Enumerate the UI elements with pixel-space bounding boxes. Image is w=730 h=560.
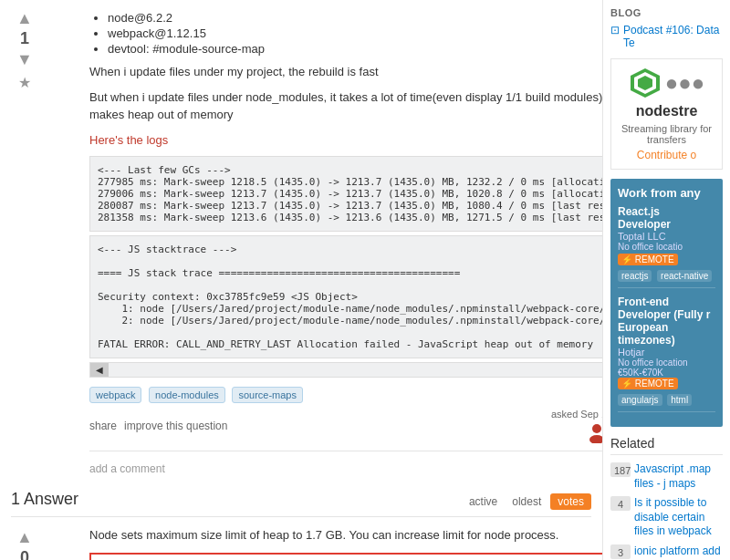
- job-remote-2: ⚡ REMOTE: [618, 378, 678, 389]
- scroll-left-btn[interactable]: ◀: [90, 363, 109, 377]
- divider: [89, 451, 602, 451]
- add-comment-button[interactable]: add a comment: [89, 459, 165, 479]
- related-item-1: 187 Javascript .map files - j maps: [610, 462, 723, 491]
- answer-vote-up-button[interactable]: ▲: [11, 526, 38, 548]
- question-body: node@6.2.2 webpack@1.12.15 devtool: #mod…: [89, 7, 602, 479]
- job-item-2: Front-end Developer (Fully r European ti…: [618, 296, 715, 412]
- vote-count: 1: [20, 29, 29, 48]
- logs-title: Here's the logs: [89, 131, 602, 150]
- tags-row: webpack node-modules source-maps: [89, 387, 602, 403]
- ad-name: nodestre: [619, 103, 714, 119]
- action-row: share improve this question asked Sep 13…: [89, 409, 602, 443]
- log-gc-block: <--- Last few GCs ---> 277985 ms: Mark-s…: [89, 156, 602, 232]
- log-js-block: <--- JS stacktrace ---> ==== JS stack tr…: [89, 235, 602, 358]
- job-tag-html[interactable]: html: [667, 394, 692, 406]
- job-tag-reactjs[interactable]: reactjs: [618, 270, 652, 282]
- bullet-item: devtool: #module-source-map: [108, 42, 602, 56]
- answer-count: 1 Answer active oldest votes: [11, 490, 591, 517]
- related-title: Related: [610, 436, 723, 455]
- question-section: ▲ 1 ▼ ★ node@6.2.2 webpack@1.12.15 devto…: [11, 7, 591, 479]
- sidebar-ad: ●●● nodestre Streaming library for trans…: [610, 58, 723, 170]
- bullet-item: node@6.2.2: [108, 11, 602, 25]
- sidebar-blog: BLOG ⊡ Podcast #106: Data Te: [610, 7, 723, 49]
- answer-section: ▲ 0 ▼ Node sets maximum size limit of he…: [11, 526, 591, 560]
- blog-icon: ⊡: [610, 24, 620, 36]
- bullet-list: node@6.2.2 webpack@1.12.15 devtool: #mod…: [108, 11, 602, 56]
- job-company-2: Hotjar: [618, 347, 715, 358]
- answer-body: Node sets maximum size limit of heap to …: [89, 526, 602, 560]
- answer-vote-section: ▲ 0 ▼: [11, 526, 38, 560]
- scroll-row: ◀ ▶: [89, 362, 602, 378]
- sidebar-related: Related 187 Javascript .map files - j ma…: [610, 436, 723, 560]
- fast-rebuild-text: When i update files under my project, th…: [89, 63, 602, 81]
- answer-code: node --max_old_space_size=2048 node_modu…: [91, 555, 602, 560]
- asked-box: asked Sep 13 '16 at 4:20 Jared 6 ● 3: [551, 409, 602, 443]
- vote-up-button[interactable]: ▲: [11, 7, 38, 29]
- job-salary-2: €50K-€70K: [618, 368, 663, 378]
- user-avatar: [586, 421, 602, 443]
- main-content: ▲ 1 ▼ ★ node@6.2.2 webpack@1.12.15 devto…: [0, 0, 602, 560]
- related-item-2: 4 Is it possible to disable certain file…: [610, 496, 723, 539]
- related-link-1[interactable]: Javascript .map files - j maps: [634, 462, 723, 491]
- vote-down-button[interactable]: ▼: [11, 48, 38, 70]
- job-item-1: React.js Developer Toptal LLC No office …: [618, 205, 715, 288]
- ad-dots: ●●●: [665, 70, 705, 96]
- ad-contribute[interactable]: Contribute o: [619, 149, 714, 161]
- share-link[interactable]: share: [89, 420, 117, 432]
- asked-user-row: Jared 6 ● 3: [586, 421, 602, 443]
- ad-desc: Streaming library for transfers: [619, 123, 714, 145]
- job-location-2: No office location: [618, 358, 715, 368]
- tab-oldest[interactable]: oldest: [506, 493, 547, 510]
- related-count-3: 3: [610, 544, 631, 559]
- favorite-button[interactable]: ★: [18, 74, 31, 91]
- related-item-3: 3 ionic platform add android find module…: [610, 544, 723, 560]
- svg-point-1: [589, 435, 602, 443]
- ad-logo-row: ●●●: [619, 67, 714, 99]
- job-tag-react-native[interactable]: react-native: [657, 270, 712, 282]
- answer-vote-count: 0: [20, 548, 29, 560]
- bullet-item: webpack@1.12.15: [108, 26, 602, 40]
- asked-label: asked Sep 13 '16 at 4:20: [551, 409, 602, 420]
- related-count-1: 187: [610, 462, 631, 477]
- improve-link[interactable]: improve this question: [124, 420, 227, 432]
- related-link-3[interactable]: ionic platform add android find module '…: [634, 544, 723, 560]
- ad-logo-icon: [629, 67, 662, 99]
- sidebar: BLOG ⊡ Podcast #106: Data Te ●●● nodestr…: [602, 0, 730, 560]
- answer-code-container[interactable]: node --max_old_space_size=2048 node_modu…: [89, 553, 602, 560]
- blog-label: BLOG: [610, 7, 723, 18]
- related-link-2[interactable]: Is it possible to disable certain files …: [634, 496, 723, 539]
- related-count-2: 4: [610, 496, 631, 511]
- tag-source-maps[interactable]: source-maps: [232, 387, 303, 403]
- job-location-1: No office locatio: [618, 242, 715, 252]
- sidebar-jobs: Work from any React.js Developer Toptal …: [610, 179, 723, 427]
- svg-point-0: [592, 424, 601, 433]
- tab-active[interactable]: active: [464, 493, 503, 510]
- job-title-2[interactable]: Front-end Developer (Fully r European ti…: [618, 296, 715, 347]
- job-company-1: Toptal LLC: [618, 231, 715, 242]
- blog-item-text: Podcast #106: Data Te: [623, 24, 723, 49]
- slow-rebuild-text: But when i update files under node_modul…: [89, 88, 602, 124]
- vote-section: ▲ 1 ▼ ★: [11, 7, 38, 479]
- job-tag-angularjs[interactable]: angularjs: [618, 394, 662, 406]
- tag-node-modules[interactable]: node-modules: [149, 387, 225, 403]
- jobs-title: Work from any: [618, 186, 715, 200]
- blog-item[interactable]: ⊡ Podcast #106: Data Te: [610, 24, 723, 49]
- tag-webpack[interactable]: webpack: [89, 387, 141, 403]
- job-title-1[interactable]: React.js Developer: [618, 205, 715, 231]
- tab-votes[interactable]: votes: [550, 493, 591, 510]
- job-remote-1: ⚡ REMOTE: [618, 254, 678, 265]
- answer-text: Node sets maximum size limit of heap to …: [89, 526, 602, 545]
